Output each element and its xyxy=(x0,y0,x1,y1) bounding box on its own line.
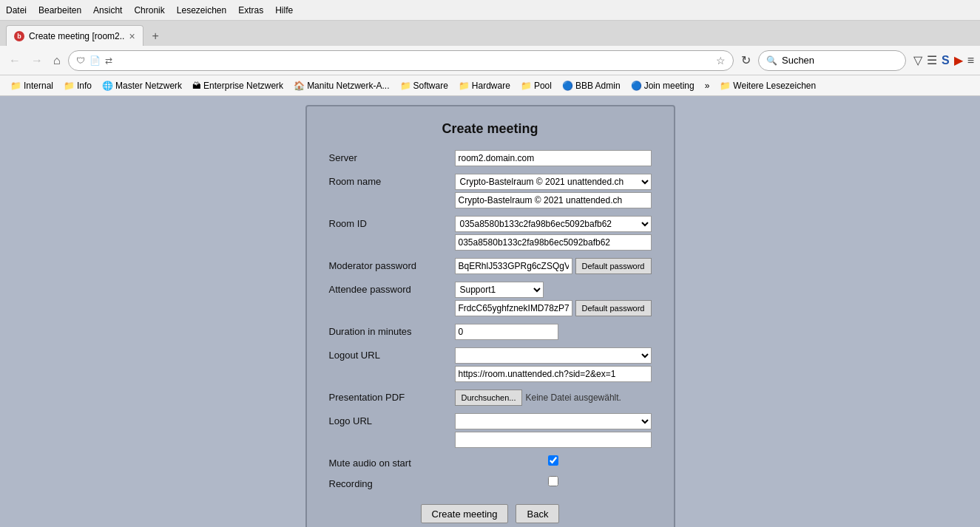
folder-icon: 📁 xyxy=(10,81,21,91)
moderator-password-label: Moderator password xyxy=(329,258,447,271)
page-icon: 📄 xyxy=(89,55,101,66)
globe-icon: 🌐 xyxy=(102,81,113,91)
browser-tab[interactable]: b Create meeting [room2.. × xyxy=(6,25,143,46)
bookmark-label: Internal xyxy=(24,81,53,91)
menu-bearbeiten[interactable]: Bearbeiten xyxy=(38,5,81,16)
logout-url-controls xyxy=(455,347,652,382)
server-label: Server xyxy=(329,150,447,163)
room-id-input[interactable] xyxy=(455,234,652,251)
bookmark-label: BBB Admin xyxy=(575,81,621,91)
bookmark-label: Master Netzwerk xyxy=(115,81,182,91)
moderator-password-row: Moderator password Default password xyxy=(329,258,652,274)
tab-bar: b Create meeting [room2.. × + xyxy=(0,21,980,46)
bookmark-label: Join meeting xyxy=(644,81,695,91)
arrows-icon: ⇄ xyxy=(105,55,112,66)
bookmark-label: Hardware xyxy=(472,81,510,91)
tab-title: Create meeting [room2.. xyxy=(29,31,124,41)
room-id-controls: 035a8580b133c2fa98b6ec5092bafb62 xyxy=(455,216,652,251)
bookmark-weitere[interactable]: 📁 Weitere Lesezeichen xyxy=(715,79,820,92)
moderator-password-input[interactable] xyxy=(455,258,572,274)
logo-url-input[interactable] xyxy=(455,432,652,448)
menu-datei[interactable]: Datei xyxy=(6,5,27,16)
duration-input[interactable] xyxy=(455,324,558,340)
bookmark-join-meeting[interactable]: 🔵 Join meeting xyxy=(626,79,699,92)
bookmark-software[interactable]: 📁 Software xyxy=(396,79,453,92)
attendee-default-btn[interactable]: Default password xyxy=(575,300,652,316)
create-meeting-button[interactable]: Create meeting xyxy=(421,504,509,523)
new-tab-button[interactable]: + xyxy=(146,27,165,46)
presentation-pdf-controls: Durchsuchen... Keine Datei ausgewählt. xyxy=(455,390,652,406)
folder-icon: 📁 xyxy=(720,81,731,91)
server-row: Server xyxy=(329,150,652,166)
bookmark-internal[interactable]: 📁 Internal xyxy=(6,79,58,92)
logout-url-dropdown[interactable] xyxy=(455,347,652,364)
refresh-button[interactable]: ↻ xyxy=(738,50,754,70)
home-icon: 🏠 xyxy=(294,81,305,91)
mountain-icon: 🏔 xyxy=(192,81,201,91)
sync-icon[interactable]: S xyxy=(942,54,950,67)
attendee-password-input[interactable] xyxy=(455,300,572,316)
folder-icon: 📁 xyxy=(64,81,75,91)
url-input[interactable]: localhost/bbb/bbb_create.php?sid=2 xyxy=(117,55,712,66)
bbb-icon: 🔵 xyxy=(562,81,573,91)
form-title: Create meeting xyxy=(329,121,652,137)
room-id-dropdown[interactable]: 035a8580b133c2fa98b6ec5092bafb62 xyxy=(455,216,652,232)
search-input[interactable] xyxy=(782,55,885,66)
room-id-label: Room ID xyxy=(329,216,447,229)
bookmark-more-button[interactable]: » xyxy=(700,79,714,92)
logo-url-label: Logo URL xyxy=(329,413,447,426)
recording-checkbox[interactable] xyxy=(548,476,558,486)
bookmark-manitu[interactable]: 🏠 Manitu Netzwerk-A... xyxy=(289,79,393,92)
attendee-password-controls: Support1 Default password xyxy=(455,282,652,316)
menu-chronik[interactable]: Chronik xyxy=(134,5,164,16)
bookmark-info[interactable]: 📁 Info xyxy=(59,79,96,92)
attendee-dropdown[interactable]: Support1 xyxy=(455,282,544,298)
nav-bar: ← → ⌂ 🛡 📄 ⇄ localhost/bbb/bbb_create.php… xyxy=(0,46,980,75)
bookmark-enterprise-netzwerk[interactable]: 🏔 Enterprise Netzwerk xyxy=(188,79,288,92)
browse-button[interactable]: Durchsuchen... xyxy=(455,390,523,406)
menu-hilfe[interactable]: Hilfe xyxy=(275,5,293,16)
bookmark-pool[interactable]: 📁 Pool xyxy=(516,79,556,92)
logo-url-dropdown[interactable] xyxy=(455,413,652,429)
home-button[interactable]: ⌂ xyxy=(50,51,64,70)
mute-audio-label: Mute audio on start xyxy=(329,455,447,469)
menu-button[interactable]: ≡ xyxy=(967,54,974,67)
back-button[interactable]: Back xyxy=(516,504,559,523)
forward-nav-button[interactable]: → xyxy=(28,51,46,70)
room-name-input[interactable] xyxy=(455,192,652,208)
menu-lesezeichen[interactable]: Lesezeichen xyxy=(177,5,226,16)
folder-icon: 📁 xyxy=(400,81,411,91)
search-icon: 🔍 xyxy=(766,55,777,66)
back-nav-button[interactable]: ← xyxy=(6,51,24,70)
create-meeting-form: Create meeting Server Room name Crypto-B… xyxy=(305,105,675,527)
bookmark-label: Enterprise Netzwerk xyxy=(203,81,283,91)
bookmark-star-icon[interactable]: ☆ xyxy=(716,55,726,67)
bookmark-bbb-admin[interactable]: 🔵 BBB Admin xyxy=(558,79,625,92)
search-bar[interactable]: 🔍 xyxy=(758,50,906,71)
bbb-icon: 🔵 xyxy=(631,81,642,91)
logo-url-row: Logo URL xyxy=(329,413,652,448)
reader-view-icon[interactable]: ☰ xyxy=(927,53,937,67)
youtube-icon[interactable]: ▶ xyxy=(954,53,963,67)
moderator-default-btn[interactable]: Default password xyxy=(575,258,652,274)
no-file-label: Keine Datei ausgewählt. xyxy=(525,392,621,403)
logout-url-label: Logout URL xyxy=(329,347,447,361)
menu-extras[interactable]: Extras xyxy=(238,5,263,16)
attendee-password-label: Attendee password xyxy=(329,282,447,295)
server-input[interactable] xyxy=(455,150,652,166)
bookmark-hardware[interactable]: 📁 Hardware xyxy=(454,79,515,92)
bookmark-master-netzwerk[interactable]: 🌐 Master Netzwerk xyxy=(98,79,186,92)
pocket-icon[interactable]: ▽ xyxy=(913,53,922,67)
server-controls xyxy=(455,150,652,166)
menu-ansicht[interactable]: Ansicht xyxy=(93,5,122,16)
room-name-dropdown[interactable]: Crypto-Bastelraum © 2021 unattended.ch xyxy=(455,174,652,190)
mute-audio-row: Mute audio on start xyxy=(329,455,652,469)
presentation-pdf-row: Presentation PDF Durchsuchen... Keine Da… xyxy=(329,390,652,406)
duration-row: Duration in minutes xyxy=(329,324,652,340)
url-bar[interactable]: 🛡 📄 ⇄ localhost/bbb/bbb_create.php?sid=2… xyxy=(68,50,734,71)
bookmarks-bar: 📁 Internal 📁 Info 🌐 Master Netzwerk 🏔 En… xyxy=(0,75,980,96)
mute-audio-checkbox[interactable] xyxy=(548,455,558,466)
tab-close-button[interactable]: × xyxy=(129,30,135,42)
chevron-right-icon: » xyxy=(705,81,710,91)
logout-url-input[interactable] xyxy=(455,366,652,382)
